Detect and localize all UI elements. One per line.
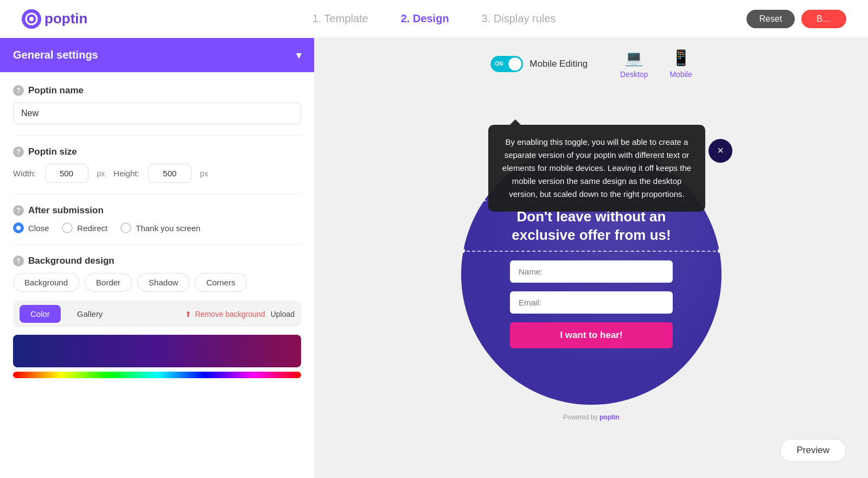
remove-background-button[interactable]: ⬆ Remove background bbox=[185, 310, 265, 318]
help-icon-submission[interactable]: ? bbox=[13, 205, 24, 216]
poptin-brand: poptin bbox=[599, 413, 620, 421]
color-preview[interactable] bbox=[13, 335, 301, 367]
background-design-field: ? Background design Background Border Sh… bbox=[13, 256, 301, 292]
mobile-tab[interactable]: 📱 Mobile bbox=[669, 49, 692, 79]
step-design[interactable]: 2. Design bbox=[401, 12, 449, 25]
poptin-size-field: ? Poptin size Width: px Height: px bbox=[13, 146, 301, 183]
height-px: px bbox=[200, 169, 208, 178]
after-submission-label: ? After submission bbox=[13, 205, 301, 216]
popup-close-button[interactable]: × bbox=[709, 139, 732, 163]
desktop-tab[interactable]: 💻 Desktop bbox=[620, 49, 648, 79]
mobile-editing-label: Mobile Editing bbox=[529, 59, 588, 69]
tab-shadow[interactable]: Shadow bbox=[137, 273, 189, 292]
gallery-button[interactable]: Gallery bbox=[66, 305, 114, 323]
color-gallery-panel: Color Gallery ⬆ Remove background Upload bbox=[13, 301, 301, 327]
section-body: ? Poptin name ? Poptin size Width: px He… bbox=[0, 72, 314, 391]
help-icon-bg[interactable]: ? bbox=[13, 256, 24, 266]
color-gallery-row: Color Gallery ⬆ Remove background Upload bbox=[20, 305, 295, 323]
option-redirect[interactable]: Redirect bbox=[62, 222, 107, 233]
popup-headline-wrapper: Don't leave without an exclusive offer f… bbox=[461, 200, 722, 252]
handle-tr bbox=[718, 199, 722, 204]
mobile-editing-switch[interactable]: ON bbox=[490, 56, 523, 72]
width-px: px bbox=[97, 169, 105, 178]
after-submission-field: ? After submission Close Redirect Thank … bbox=[13, 205, 301, 233]
width-label: Width: bbox=[13, 169, 36, 178]
step-template[interactable]: 1. Template bbox=[312, 12, 368, 25]
logo-icon bbox=[22, 9, 41, 29]
step-display-rules[interactable]: 3. Display rules bbox=[482, 12, 556, 25]
radio-thank-you[interactable] bbox=[120, 222, 131, 233]
poptin-name-input[interactable] bbox=[13, 103, 301, 124]
app-header: poptin 1. Template 2. Design 3. Display … bbox=[0, 0, 868, 38]
save-button[interactable]: B… bbox=[801, 10, 846, 28]
divider-1 bbox=[13, 135, 301, 136]
color-button[interactable]: Color bbox=[20, 305, 61, 323]
powered-by: Powered by poptin bbox=[563, 413, 619, 421]
mobile-icon: 📱 bbox=[672, 49, 691, 67]
desktop-icon: 💻 bbox=[624, 49, 643, 67]
logo-text: poptin bbox=[44, 10, 87, 27]
svg-point-2 bbox=[29, 17, 34, 21]
background-tabs: Background Border Shadow Corners bbox=[13, 273, 301, 292]
popup-headline[interactable]: Don't leave without an exclusive offer f… bbox=[473, 208, 710, 245]
general-settings-header[interactable]: General settings ▾ bbox=[0, 38, 314, 72]
handle-tl bbox=[461, 199, 465, 204]
radio-close[interactable] bbox=[13, 222, 24, 233]
rainbow-bar[interactable] bbox=[13, 372, 301, 378]
step-navigation: 1. Template 2. Design 3. Display rules bbox=[312, 12, 556, 25]
height-input[interactable] bbox=[148, 164, 192, 183]
upload-icon: ⬆ bbox=[185, 310, 192, 318]
tooltip-arrow bbox=[510, 119, 521, 125]
chevron-down-icon: ▾ bbox=[296, 49, 301, 61]
upload-button[interactable]: Upload bbox=[271, 310, 295, 318]
handle-br bbox=[718, 248, 722, 253]
height-label: Height: bbox=[113, 169, 139, 178]
popup-circle: Don't leave without an exclusive offer f… bbox=[461, 144, 722, 405]
email-input[interactable] bbox=[510, 291, 673, 314]
popup-container: × Don't leave without an exclusive offer… bbox=[461, 144, 722, 405]
background-design-label: ? Background design bbox=[13, 256, 301, 266]
divider-3 bbox=[13, 244, 301, 245]
logo: poptin bbox=[22, 9, 87, 29]
submit-button[interactable]: I want to hear! bbox=[510, 322, 673, 348]
header-actions: Reset B… bbox=[746, 10, 846, 28]
option-thank-you[interactable]: Thank you screen bbox=[120, 222, 200, 233]
reset-button[interactable]: Reset bbox=[746, 10, 795, 28]
poptin-name-label: ? Poptin name bbox=[13, 85, 301, 96]
sidebar: General settings ▾ ? Poptin name ? Popti… bbox=[0, 38, 315, 478]
section-title: General settings bbox=[13, 49, 98, 61]
option-close[interactable]: Close bbox=[13, 222, 49, 233]
poptin-size-label: ? Poptin size bbox=[13, 146, 301, 157]
radio-redirect[interactable] bbox=[62, 222, 73, 233]
main-content: General settings ▾ ? Poptin name ? Popti… bbox=[0, 38, 868, 478]
tab-corners[interactable]: Corners bbox=[195, 273, 246, 292]
preview-area: ON Mobile Editing 💻 Desktop 📱 Mobile By … bbox=[315, 38, 868, 478]
device-tabs: 💻 Desktop 📱 Mobile bbox=[620, 49, 692, 79]
toggle-knob bbox=[508, 58, 521, 71]
width-input[interactable] bbox=[45, 164, 88, 183]
toggle-on-label: ON bbox=[495, 61, 503, 67]
poptin-name-field: ? Poptin name bbox=[13, 85, 301, 124]
color-picker bbox=[13, 335, 301, 378]
handle-bl bbox=[461, 248, 465, 253]
preview-button[interactable]: Preview bbox=[780, 439, 846, 462]
tab-border[interactable]: Border bbox=[85, 273, 132, 292]
submission-options: Close Redirect Thank you screen bbox=[13, 222, 301, 233]
tab-background[interactable]: Background bbox=[13, 273, 79, 292]
size-row: Width: px Height: px bbox=[13, 164, 301, 183]
help-icon-name[interactable]: ? bbox=[13, 85, 24, 96]
divider-2 bbox=[13, 194, 301, 194]
name-input[interactable] bbox=[510, 260, 673, 283]
mobile-editing-toggle: ON Mobile Editing bbox=[490, 56, 588, 72]
help-icon-size[interactable]: ? bbox=[13, 146, 24, 157]
preview-toolbar: ON Mobile Editing 💻 Desktop 📱 Mobile bbox=[490, 49, 692, 79]
